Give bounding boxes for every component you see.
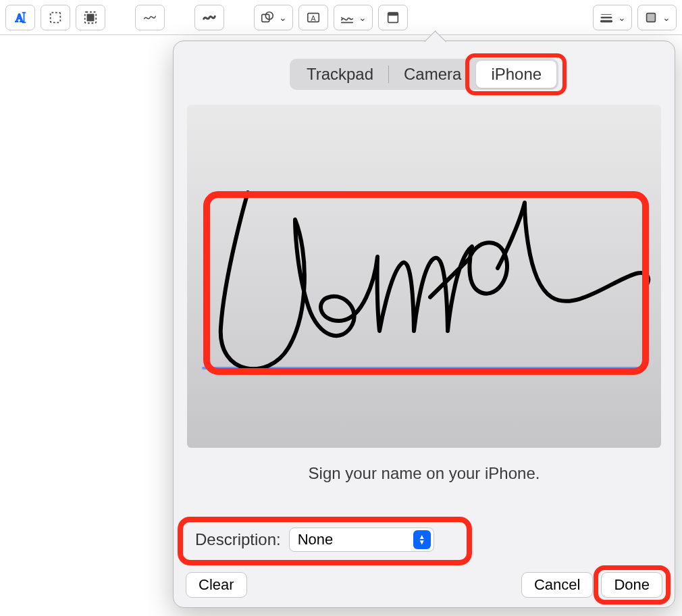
line-style-button[interactable]: ⌄ <box>593 5 632 30</box>
tab-iphone[interactable]: iPhone <box>476 61 556 88</box>
source-segmented-control: Trackpad Camera iPhone <box>290 59 558 90</box>
crop-icon <box>386 10 400 25</box>
tab-camera[interactable]: Camera <box>389 61 476 88</box>
updown-arrows-icon: ▲▼ <box>413 530 431 549</box>
crop-button[interactable] <box>378 5 408 30</box>
select-full-button[interactable] <box>76 5 105 30</box>
sketch-button[interactable] <box>135 5 165 30</box>
description-select[interactable]: None ▲▼ <box>289 528 434 552</box>
shapes-button[interactable]: ⌄ <box>254 5 293 30</box>
description-row: Description: None ▲▼ <box>186 522 444 557</box>
select-full-icon <box>83 10 98 25</box>
dialog-buttons: Clear Cancel Done <box>186 572 662 598</box>
text-tool-button[interactable]: A <box>5 5 35 30</box>
chevron-down-icon: ⌄ <box>662 12 671 23</box>
svg-rect-4 <box>51 12 61 22</box>
chevron-down-icon: ⌄ <box>359 12 367 23</box>
text-box-button[interactable]: A <box>298 5 328 30</box>
signature-icon <box>340 10 355 25</box>
instruction-text: Sign your name on your iPhone. <box>174 464 675 483</box>
markup-toolbar: A <box>0 0 682 35</box>
scribble-bold-icon <box>202 10 217 25</box>
signature-popover: Trackpad Camera iPhone Sign your name on… <box>173 41 675 608</box>
text-box-icon: A <box>306 10 321 25</box>
select-rect-icon <box>48 10 63 25</box>
description-value: None <box>298 531 334 548</box>
chevron-down-icon: ⌄ <box>279 12 287 23</box>
signature-stroke <box>207 179 653 382</box>
shapes-icon <box>260 10 275 25</box>
line-weight-icon <box>599 10 614 25</box>
done-button[interactable]: Done <box>601 572 662 598</box>
text-cursor-icon: A <box>13 10 28 25</box>
fill-color-icon <box>644 10 658 25</box>
scribble-thin-icon <box>142 10 157 25</box>
tab-trackpad[interactable]: Trackpad <box>292 61 388 88</box>
description-label: Description: <box>195 530 281 549</box>
cancel-button[interactable]: Cancel <box>521 572 593 598</box>
signature-canvas[interactable] <box>187 105 661 448</box>
fill-color-button[interactable]: ⌄ <box>637 5 677 30</box>
draw-button[interactable] <box>194 5 224 30</box>
select-rect-button[interactable] <box>41 5 70 30</box>
svg-text:A: A <box>311 14 316 22</box>
svg-rect-6 <box>87 14 95 21</box>
svg-rect-17 <box>647 13 656 22</box>
clear-button[interactable]: Clear <box>186 572 247 598</box>
chevron-down-icon: ⌄ <box>618 12 626 23</box>
svg-rect-13 <box>388 12 398 16</box>
signature-button[interactable]: ⌄ <box>334 5 373 30</box>
